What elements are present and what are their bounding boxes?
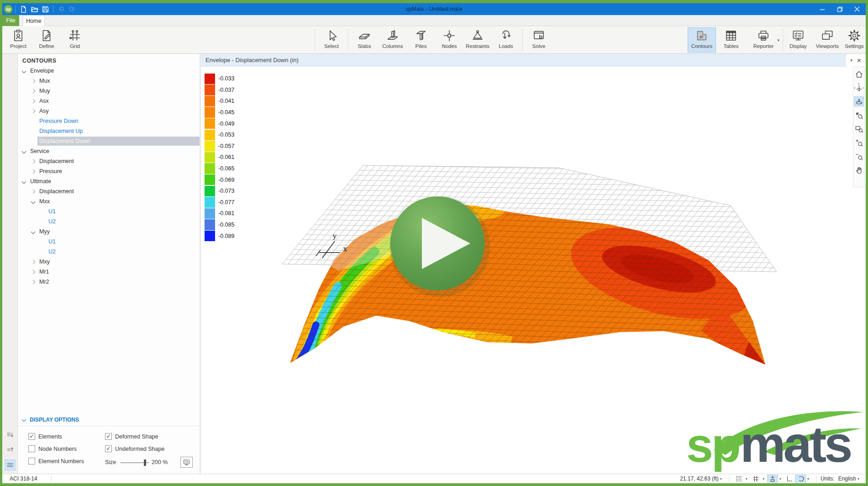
tree-item-mux[interactable]: Mux bbox=[18, 76, 200, 86]
new-file-icon[interactable] bbox=[18, 4, 29, 14]
close-button[interactable] bbox=[850, 3, 864, 15]
tree-item-muy[interactable]: Muy bbox=[18, 86, 200, 96]
chevron-down-icon[interactable]: ▾ bbox=[777, 38, 779, 42]
chevron-down-icon[interactable]: ▾ bbox=[720, 477, 722, 481]
tree-item-mr1[interactable]: Mr1 bbox=[18, 267, 200, 277]
save-icon[interactable] bbox=[40, 4, 51, 14]
chevron-down-icon[interactable] bbox=[22, 179, 26, 184]
tab-home[interactable]: Home bbox=[23, 15, 45, 26]
tree-item-u1[interactable]: U1 bbox=[18, 206, 200, 217]
tree-item-displacement-up[interactable]: Displacement Up bbox=[18, 126, 200, 136]
ribbon-display-button[interactable]: Display bbox=[784, 27, 812, 53]
checkbox-icon[interactable] bbox=[28, 458, 35, 465]
tree-item-displacement[interactable]: Displacement bbox=[18, 186, 200, 196]
tree-item-asy[interactable]: Asy bbox=[18, 106, 200, 116]
chevron-right-icon[interactable] bbox=[31, 280, 36, 284]
viewport-close-icon[interactable]: ✕ bbox=[857, 57, 862, 64]
tree-item-asx[interactable]: Asx bbox=[18, 96, 200, 106]
tree-item-mxy[interactable]: Mxy bbox=[18, 257, 200, 267]
open-file-icon[interactable] bbox=[29, 4, 40, 14]
chevron-right-icon[interactable] bbox=[31, 89, 36, 93]
ribbon-grid-button[interactable]: Grid bbox=[63, 27, 87, 53]
chevron-right-icon[interactable] bbox=[31, 269, 36, 274]
menu-icon[interactable] bbox=[5, 460, 16, 470]
ribbon-define-button[interactable]: Define bbox=[34, 27, 59, 53]
tree-item-displacement[interactable]: Displacement bbox=[18, 156, 200, 166]
units-value[interactable]: English bbox=[838, 475, 856, 482]
chevron-down-icon[interactable] bbox=[22, 149, 26, 153]
view-axes-icon[interactable]: zyx bbox=[854, 83, 864, 93]
undo-icon[interactable] bbox=[56, 4, 67, 14]
tree-item-u1[interactable]: U1 bbox=[18, 237, 200, 247]
ribbon-reporter-button[interactable]: Reporter▾ bbox=[746, 27, 781, 53]
grid-lines-toggle-icon[interactable] bbox=[750, 475, 761, 483]
zoom-window-icon[interactable] bbox=[854, 124, 864, 134]
ribbon-piles-button[interactable]: Piles bbox=[407, 27, 435, 53]
chevron-down-icon[interactable] bbox=[31, 229, 36, 234]
chevron-down-icon[interactable]: ▾ bbox=[807, 477, 809, 481]
restore-button[interactable] bbox=[833, 3, 847, 15]
ribbon-select-button[interactable]: Select bbox=[317, 27, 346, 53]
chevron-right-icon[interactable] bbox=[31, 99, 36, 103]
ribbon-settings-button[interactable]: Settings bbox=[842, 27, 867, 53]
checkbox-node-numbers[interactable]: Node Numbers bbox=[28, 445, 77, 452]
chevron-down-icon[interactable]: ▾ bbox=[779, 477, 781, 481]
redo-icon[interactable] bbox=[67, 4, 78, 14]
chevron-down-icon[interactable] bbox=[22, 69, 26, 73]
display-options-header[interactable]: DISPLAY OPTIONS bbox=[18, 413, 200, 426]
snap-toggle-icon[interactable] bbox=[767, 475, 778, 483]
tree-item-pressure[interactable]: Pressure bbox=[18, 166, 200, 176]
chevron-right-icon[interactable] bbox=[31, 79, 36, 83]
checkbox-icon[interactable] bbox=[105, 445, 112, 452]
zoom-extents-icon[interactable] bbox=[854, 110, 864, 120]
ribbon-tables-button[interactable]: Tables bbox=[717, 27, 745, 53]
video-play-button[interactable] bbox=[389, 196, 490, 297]
ribbon-nodes-button[interactable]: Nodes bbox=[435, 27, 463, 53]
checkbox-deformed-shape[interactable]: Deformed Shape bbox=[105, 433, 158, 440]
checkbox-element-numbers[interactable]: Element Numbers bbox=[28, 458, 84, 465]
checkbox-elements[interactable]: Elements bbox=[28, 433, 62, 440]
sort-down-icon[interactable] bbox=[5, 429, 16, 440]
chevron-down-icon[interactable]: ▾ bbox=[763, 477, 764, 481]
home-view-icon[interactable] bbox=[854, 69, 864, 79]
chevron-down-icon[interactable]: ▾ bbox=[746, 477, 747, 481]
tree-item-u2[interactable]: U2 bbox=[18, 247, 200, 257]
ribbon-columns-button[interactable]: Columns bbox=[379, 27, 407, 53]
display-settings-button[interactable] bbox=[180, 457, 193, 468]
sort-up-icon[interactable] bbox=[5, 444, 16, 455]
ribbon-viewports-button[interactable]: Viewports bbox=[813, 27, 842, 53]
minimize-button[interactable] bbox=[815, 3, 829, 15]
size-slider-handle[interactable] bbox=[144, 460, 146, 466]
chevron-down-icon[interactable] bbox=[31, 199, 36, 204]
tree-item-pressure-down[interactable]: Pressure Down bbox=[18, 116, 200, 126]
tree-item-service[interactable]: Service bbox=[18, 146, 200, 156]
rotate-3d-icon[interactable] bbox=[854, 96, 864, 106]
chevron-right-icon[interactable] bbox=[31, 159, 36, 164]
tree-item-displacement-down-selected[interactable]: Displacement Down bbox=[18, 136, 200, 146]
chevron-right-icon[interactable] bbox=[31, 189, 36, 194]
tree-item-mr2[interactable]: Mr2 bbox=[18, 277, 200, 287]
ribbon-loads-button[interactable]: Loads bbox=[492, 27, 520, 53]
zoom-out-icon[interactable] bbox=[854, 151, 864, 161]
ribbon-contours-button[interactable]: Contours bbox=[688, 27, 716, 53]
chevron-right-icon[interactable] bbox=[31, 169, 36, 174]
chevron-right-icon[interactable] bbox=[31, 259, 36, 264]
pan-hand-icon[interactable] bbox=[854, 165, 864, 175]
ribbon-restraints-button[interactable]: Restraints bbox=[463, 27, 492, 53]
checkbox-icon[interactable] bbox=[28, 445, 35, 452]
tree-item-u2[interactable]: U2 bbox=[18, 217, 200, 227]
ortho-toggle-icon[interactable] bbox=[795, 475, 806, 483]
zoom-in-icon[interactable] bbox=[854, 137, 864, 148]
grid-dots-toggle-icon[interactable] bbox=[733, 475, 744, 483]
ribbon-solve-button[interactable]: Solve bbox=[525, 27, 553, 53]
checkbox-icon[interactable] bbox=[105, 433, 112, 440]
angle-toggle-icon[interactable] bbox=[784, 475, 795, 483]
chevron-down-icon[interactable]: ▾ bbox=[857, 477, 859, 481]
checkbox-icon[interactable] bbox=[28, 433, 35, 440]
tree-item-envelope[interactable]: Envelope bbox=[18, 66, 200, 76]
tree-item-mxx[interactable]: Mxx bbox=[18, 196, 200, 206]
tab-file[interactable]: File bbox=[2, 15, 19, 26]
chevron-right-icon[interactable] bbox=[31, 109, 36, 113]
viewport-menu-icon[interactable]: ▾ bbox=[850, 58, 852, 63]
checkbox-undeformed-shape[interactable]: Undeformed Shape bbox=[105, 445, 164, 452]
